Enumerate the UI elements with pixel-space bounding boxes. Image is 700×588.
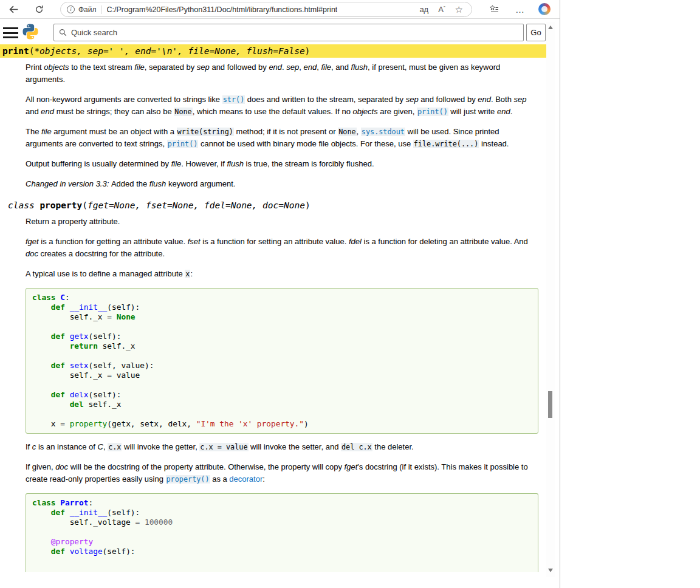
python-logo-icon[interactable] bbox=[22, 23, 39, 40]
code-line: return self._x bbox=[32, 341, 532, 351]
address-bar[interactable]: i Файл C:/Program%20Files/Python311/Doc/… bbox=[60, 2, 472, 17]
search-input[interactable] bbox=[71, 28, 518, 37]
url-text[interactable]: C:/Program%20Files/Python311/Doc/html/li… bbox=[107, 5, 338, 14]
text-segment: c.x = value bbox=[199, 443, 248, 451]
text-segment: does and written to the stream, separate… bbox=[245, 95, 405, 104]
inline-link[interactable]: sys.stdout bbox=[361, 128, 405, 136]
text-segment: class bbox=[8, 200, 39, 210]
function-entries: print(*objects, sep=' ', end='\n', file=… bbox=[0, 44, 546, 572]
text-segment: will invoke the getter, bbox=[122, 442, 199, 451]
paragraph: If given, doc will be the docstring of t… bbox=[26, 461, 538, 485]
property-description: Return a property attribute. fget is a f… bbox=[26, 216, 538, 572]
protocol-label: Файл bbox=[78, 5, 97, 14]
text-segment: Print bbox=[26, 63, 44, 72]
paragraph: A typical use is to define a managed att… bbox=[26, 268, 538, 280]
text-segment: must be strings; they can also be bbox=[54, 107, 174, 116]
text-segment: file bbox=[321, 63, 331, 72]
text-segment: and bbox=[26, 107, 41, 116]
text-segment: file bbox=[171, 159, 182, 168]
paragraph: fget is a function for getting an attrib… bbox=[26, 236, 538, 260]
text-segment: will invoke the setter, and bbox=[249, 442, 341, 451]
text-segment: will just write bbox=[448, 107, 497, 116]
page-scrollbar[interactable] bbox=[546, 22, 555, 577]
text-segment: end bbox=[304, 63, 317, 72]
text-segment: instead. bbox=[479, 139, 509, 148]
print-description: Print objects to the text stream file, s… bbox=[26, 61, 538, 190]
code-line bbox=[32, 409, 532, 419]
text-segment: sep bbox=[286, 63, 299, 72]
scrollbar-up-arrow-icon[interactable] bbox=[548, 26, 553, 29]
text-segment: *objects, sep=' ', end='\n', file=None, … bbox=[34, 46, 304, 56]
text-segment: If bbox=[26, 442, 32, 451]
text-segment: sep bbox=[406, 95, 419, 104]
text-segment: Changed in version 3.3: bbox=[26, 179, 111, 188]
text-segment: end bbox=[269, 63, 282, 72]
text-segment: as a bbox=[210, 474, 230, 484]
text-segment: . However, if bbox=[181, 159, 227, 168]
translate-icon[interactable]: ад bbox=[419, 5, 428, 14]
code-line bbox=[32, 351, 532, 361]
document-content: print(*objects, sep=' ', end='\n', file=… bbox=[0, 43, 546, 588]
search-go-button[interactable]: Go bbox=[526, 24, 546, 41]
text-segment: : bbox=[262, 474, 265, 484]
text-segment: ) bbox=[305, 200, 311, 210]
text-segment: end bbox=[497, 107, 510, 116]
text-segment: sep bbox=[197, 63, 210, 72]
text-segment: the deleter. bbox=[372, 442, 414, 451]
inline-link[interactable]: property() bbox=[166, 475, 210, 484]
scrollbar-thumb[interactable] bbox=[548, 391, 552, 418]
text-segment: None bbox=[174, 108, 192, 116]
menu-hamburger-icon[interactable] bbox=[3, 27, 18, 41]
favorites-hub-icon[interactable] bbox=[485, 0, 503, 18]
code-line: self._x = value bbox=[32, 371, 532, 380]
text-segment: sep bbox=[514, 95, 527, 104]
settings-more-icon[interactable]: … bbox=[512, 0, 529, 18]
text-segment: If given, bbox=[26, 462, 55, 471]
back-button[interactable] bbox=[5, 0, 22, 18]
text-segment: . bbox=[510, 107, 513, 116]
code-line bbox=[32, 322, 532, 332]
text-segment: keyword argument. bbox=[166, 179, 235, 188]
browser-toolbar: i Файл C:/Program%20Files/Python311/Doc/… bbox=[0, 0, 560, 19]
inline-link[interactable]: print() bbox=[417, 108, 448, 116]
text-segment: objects bbox=[44, 63, 69, 72]
text-segment: ( bbox=[82, 200, 88, 210]
text-segment: and followed by bbox=[419, 95, 478, 104]
text-segment: cannot be used with binary mode file obj… bbox=[198, 139, 413, 148]
copilot-icon[interactable] bbox=[538, 3, 551, 15]
paragraph: If c is an instance of C, c.x will invok… bbox=[26, 441, 538, 453]
code-line: self._x = None bbox=[32, 312, 532, 322]
version-changed-note: Changed in version 3.3: Added the flush … bbox=[26, 178, 538, 190]
code-line bbox=[32, 380, 532, 390]
search-box bbox=[53, 24, 524, 41]
inline-link[interactable]: print() bbox=[167, 140, 199, 148]
paragraph: Output buffering is usually determined b… bbox=[26, 158, 538, 170]
text-segment: argument must be an object with a bbox=[52, 127, 177, 136]
property-signature: class property(fget=None, fset=None, fde… bbox=[0, 199, 546, 212]
search-icon bbox=[59, 29, 67, 36]
text-segment: will be the docstring of the property at… bbox=[68, 462, 345, 471]
page-info-icon[interactable]: i bbox=[67, 5, 75, 13]
code-line: self._voltage = 100000 bbox=[32, 518, 532, 527]
paragraph: The file argument must be an object with… bbox=[26, 126, 538, 150]
refresh-button[interactable] bbox=[30, 0, 47, 18]
inline-link[interactable]: decorator bbox=[229, 474, 262, 484]
text-segment: file bbox=[134, 63, 145, 72]
code-line: def voltage(self): bbox=[32, 547, 532, 556]
text-segment: end bbox=[478, 95, 491, 104]
text-segment: flush bbox=[351, 63, 368, 72]
code-example-parrot: class Parrot: def __init__(self): self._… bbox=[26, 493, 538, 572]
inline-link[interactable]: str() bbox=[222, 95, 245, 104]
scrollbar-down-arrow-icon[interactable] bbox=[548, 569, 553, 572]
text-size-icon[interactable]: A” bbox=[438, 5, 445, 14]
code-line: class C: bbox=[32, 293, 532, 303]
text-segment: is an instance of bbox=[36, 442, 97, 451]
text-segment: and followed by bbox=[210, 63, 269, 72]
code-line: def __init__(self): bbox=[32, 303, 532, 312]
favorites-star-icon[interactable]: ☆ bbox=[455, 4, 463, 15]
refresh-icon bbox=[35, 5, 44, 14]
text-segment: : bbox=[190, 269, 193, 278]
text-segment: C bbox=[98, 442, 103, 451]
code-line: def setx(self, value): bbox=[32, 361, 532, 371]
code-line: class Parrot: bbox=[32, 498, 532, 508]
